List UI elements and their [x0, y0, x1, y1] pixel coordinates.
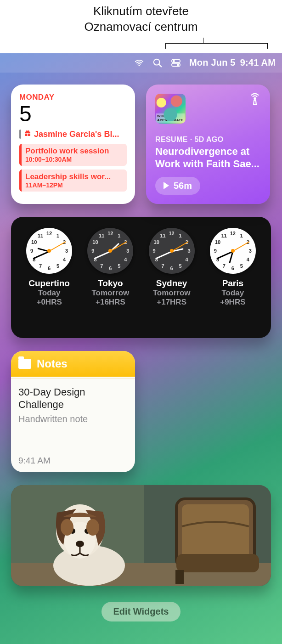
podcast-play-button[interactable]: 56m: [155, 177, 200, 195]
menubar-time: 9:41 AM: [240, 57, 276, 68]
clock-numeral: 7: [223, 263, 226, 269]
clock-numeral: 5: [56, 263, 59, 269]
clock-numeral: 7: [162, 263, 164, 269]
calendar-allday-title: Jasmine Garcia's Bi...: [34, 130, 119, 139]
calendar-event-time: 11AM–12PM: [25, 181, 123, 189]
calendar-event-title: Leadership skills wor...: [25, 172, 123, 181]
podcast-widget[interactable]: WORK APPROPRIATE RESUME · 5D AGO Neurodi…: [146, 85, 270, 204]
clock-numeral: 7: [100, 263, 103, 269]
podcast-title: Neurodivergence at Work with Faith Sae..…: [155, 146, 261, 170]
calendar-allday-event: Jasmine Garcia's Bi...: [19, 130, 127, 139]
clock-numeral: 7: [39, 263, 42, 269]
svg-rect-14: [175, 570, 184, 584]
clock-item: 121234567891011TokyoTomorrow+16HRS: [81, 228, 139, 327]
calendar-event: Portfolio work session10:00–10:30AM: [19, 144, 127, 166]
clock-numeral: 1: [240, 233, 243, 238]
annotation-line-1: Kliknutím otevřete: [0, 4, 282, 19]
clock-numeral: 6: [48, 266, 51, 271]
menubar-datetime[interactable]: Mon Jun 5 9:41 AM: [189, 57, 276, 68]
annotation-callout: [0, 38, 282, 53]
clock-face: 121234567891011: [210, 228, 256, 274]
clock-relative-day: Tomorrow: [153, 288, 191, 298]
notes-widget[interactable]: Notes 30-Day Design Challenge Handwritte…: [11, 351, 135, 472]
clock-numeral: 9: [30, 248, 33, 254]
clock-numeral: 9: [91, 248, 94, 254]
menubar: Mon Jun 5 9:41 AM: [0, 53, 282, 73]
clock-numeral: 6: [170, 266, 173, 271]
clock-item: 121234567891011SydneyTomorrow+17HRS: [143, 228, 201, 327]
wifi-icon[interactable]: [134, 58, 144, 68]
clock-relative-day: Today: [221, 288, 244, 298]
clock-numeral: 12: [169, 231, 174, 236]
clock-item: 121234567891011ParisToday+9HRS: [204, 228, 262, 327]
clock-numeral: 11: [99, 233, 104, 238]
folder-icon: [18, 359, 31, 369]
clock-numeral: 5: [240, 263, 243, 269]
clock-numeral: 9: [153, 248, 156, 254]
calendar-event-title: Portfolio work session: [25, 147, 123, 156]
clock-hand-m: [155, 251, 172, 259]
svg-point-6: [177, 63, 179, 66]
world-clock-widget[interactable]: 121234567891011CupertinoToday+0HRS121234…: [11, 217, 271, 338]
clock-numeral: 5: [179, 263, 182, 269]
clock-face: 121234567891011: [87, 228, 133, 274]
clock-numeral: 1: [179, 233, 182, 238]
menubar-date: Mon Jun 5: [189, 57, 236, 68]
clock-hand-s: [110, 241, 127, 252]
desktop: Mon Jun 5 9:41 AM MONDAY 5 Jasmine Garci…: [0, 53, 282, 644]
podcasts-icon: [248, 93, 262, 108]
clock-numeral: 6: [231, 266, 234, 271]
clock-numeral: 1: [118, 233, 120, 238]
photos-widget[interactable]: [11, 485, 271, 586]
annotation-line-2: Oznamovací centrum: [0, 19, 282, 35]
clock-pin: [108, 249, 112, 253]
event-color-bar: [19, 130, 21, 139]
podcast-art-label: WORK APPROPRIATE: [156, 113, 185, 123]
calendar-event: Leadership skills wor...11AM–12PM: [19, 169, 127, 192]
gift-icon: [24, 130, 31, 139]
clock-city: Tokyo: [98, 278, 123, 288]
clock-relative-day: Today: [38, 288, 61, 298]
clock-city: Cupertino: [28, 278, 70, 288]
svg-line-2: [159, 64, 161, 67]
clock-numeral: 3: [65, 248, 68, 254]
search-icon[interactable]: [152, 58, 163, 68]
calendar-day-number: 5: [19, 103, 127, 125]
podcast-meta: RESUME · 5D AGO: [155, 136, 261, 144]
clock-numeral: 4: [247, 257, 249, 262]
clock-numeral: 4: [124, 257, 127, 262]
clock-face: 121234567891011: [149, 228, 195, 274]
play-icon: [164, 182, 169, 189]
note-time: 9:41 AM: [18, 456, 128, 466]
clock-numeral: 10: [154, 239, 159, 245]
clock-numeral: 3: [188, 248, 191, 254]
clock-item: 121234567891011CupertinoToday+0HRS: [20, 228, 78, 327]
clock-relative-day: Tomorrow: [91, 288, 129, 298]
clock-pin: [231, 249, 235, 253]
clock-numeral: 11: [221, 233, 227, 238]
clock-face: 121234567891011: [26, 228, 72, 274]
edit-widgets-button[interactable]: Edit Widgets: [102, 602, 181, 621]
clock-pin: [47, 249, 51, 253]
clock-numeral: 12: [230, 231, 236, 236]
calendar-event-time: 10:00–10:30AM: [25, 156, 123, 163]
clock-numeral: 12: [107, 231, 113, 236]
note-subtitle: Handwritten note: [18, 414, 128, 424]
notes-header: Notes: [11, 351, 135, 377]
calendar-widget[interactable]: MONDAY 5 Jasmine Garcia's Bi... Portfoli…: [11, 85, 135, 204]
note-title: 30-Day Design Challenge: [18, 386, 128, 411]
clock-offset: +0HRS: [36, 298, 62, 307]
clock-numeral: 5: [118, 263, 120, 269]
svg-point-21: [61, 519, 73, 536]
svg-point-0: [138, 65, 140, 66]
clock-numeral: 11: [160, 233, 165, 238]
control-center-icon[interactable]: [171, 58, 181, 68]
podcast-artwork: WORK APPROPRIATE: [155, 94, 186, 124]
calendar-day-label: MONDAY: [19, 93, 127, 102]
clock-hand-m: [33, 251, 50, 259]
clock-numeral: 4: [63, 257, 66, 262]
clock-offset: +16HRS: [96, 298, 125, 307]
svg-point-22: [86, 519, 99, 536]
svg-point-4: [173, 60, 175, 62]
clock-numeral: 10: [92, 239, 98, 245]
